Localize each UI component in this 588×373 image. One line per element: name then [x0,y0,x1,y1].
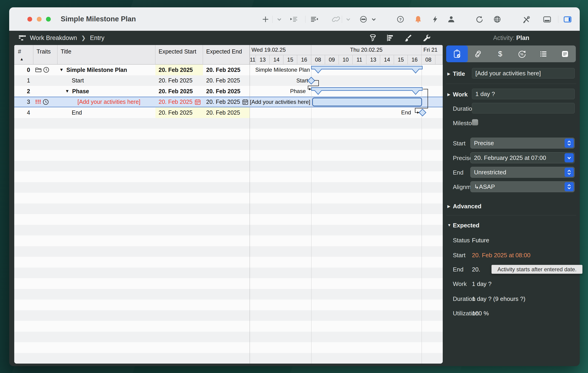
tools-icon[interactable] [522,15,531,24]
empty-row[interactable] [14,321,443,332]
style-bars-icon[interactable] [386,34,394,42]
empty-row[interactable] [14,310,443,321]
zoom-window-button[interactable] [46,17,51,22]
more-ellipsis-icon[interactable] [359,15,368,24]
settings-wrench-icon[interactable] [422,34,430,42]
empty-row[interactable] [14,235,443,246]
breadcrumb-current[interactable]: Entry [90,34,104,41]
notifications-bell-icon[interactable] [414,15,422,24]
empty-row[interactable] [14,246,443,257]
more-chevron-icon[interactable] [369,15,378,24]
empty-row[interactable] [14,161,443,171]
calendar-icon[interactable] [242,99,248,105]
empty-row[interactable] [14,225,443,236]
collapse-icon[interactable]: ▼ [59,67,64,72]
table-row[interactable]: 2 ▼ Phase 20. Feb 2025 20. Feb 2025 [14,86,443,97]
duration-input[interactable] [472,103,575,113]
user-icon[interactable] [447,15,456,24]
column-header-title[interactable]: Title [57,45,155,65]
empty-row[interactable] [14,182,443,193]
row-expected-start[interactable]: 20. Feb 2025 [155,65,203,75]
empty-row[interactable] [14,193,443,203]
empty-row[interactable] [14,300,443,310]
column-header-num[interactable]: # ▲ [14,45,33,65]
empty-row[interactable] [14,171,443,182]
row-title[interactable]: [Add your activities here] [57,97,155,107]
tab-links[interactable] [468,45,489,62]
chevron-down-icon[interactable] [565,153,574,162]
empty-row[interactable] [14,332,443,343]
indent-icon[interactable] [289,15,298,24]
end-constraint-select[interactable]: Unrestricted [470,167,575,178]
empty-row[interactable] [14,257,443,268]
row-title[interactable]: ▼ Phase [57,86,155,97]
advanced-disclosure-icon[interactable]: ▶ [447,204,450,209]
tab-checklist[interactable] [533,45,554,62]
expected-disclosure-icon[interactable]: ▼ [447,223,451,228]
empty-row[interactable] [14,129,443,139]
table-row[interactable]: 1 Start 20. Feb 2025 20. Feb 2025 [14,75,443,86]
table-row[interactable]: 4 End 20. Feb 2025 20. Feb 2025 [14,107,443,118]
row-title[interactable]: End [57,107,155,118]
tab-cost[interactable]: $ [489,45,511,62]
quick-actions-bolt-icon[interactable] [431,15,440,24]
empty-row[interactable] [14,353,443,364]
empty-row[interactable] [14,289,443,300]
row-title[interactable]: ▼ Simple Milestone Plan [57,65,155,75]
work-input[interactable]: 1 day ? [472,89,575,99]
section-expected[interactable]: Expected [453,222,480,229]
column-header-expected-end[interactable]: Expected End [203,45,250,65]
empty-row[interactable] [14,150,443,161]
start-constraint-select[interactable]: Precise [470,138,575,149]
row-expected-end[interactable]: 20. Feb 2025 [203,97,250,107]
table-row[interactable]: 0 ▼ Simple Milestone Plan 20. Feb 2025 2… [14,65,443,75]
bottom-panel-icon[interactable] [543,15,551,24]
tab-progress[interactable]: % [511,45,533,62]
empty-row[interactable] [14,342,443,353]
row-expected-start[interactable]: 20. Feb 2025 [155,75,203,86]
tab-activity[interactable] [446,45,468,62]
tab-note[interactable] [554,45,576,62]
close-window-button[interactable] [27,17,32,22]
add-icon[interactable] [261,15,270,24]
column-header-traits[interactable]: Traits [33,45,57,65]
stepper-chevrons-icon[interactable] [565,139,574,148]
row-expected-end[interactable]: 20. Feb 2025 [203,107,250,118]
empty-row[interactable] [14,214,443,225]
breadcrumb-root[interactable]: Work Breakdown [30,34,77,41]
row-expected-end[interactable]: 20. Feb 2025 [203,75,250,86]
stepper-chevrons-icon[interactable] [565,182,574,191]
format-brush-icon[interactable] [404,34,412,42]
empty-row[interactable] [14,139,443,150]
empty-row[interactable] [14,203,443,214]
column-header-expected-start[interactable]: Expected Start [155,45,203,65]
row-expected-end[interactable]: 20. Feb 2025 [203,86,250,97]
outdent-icon[interactable] [310,15,319,24]
milestone-checkbox[interactable] [472,119,478,125]
calendar-icon[interactable] [195,99,201,105]
collapse-icon[interactable]: ▼ [65,89,69,94]
precise-date-combo[interactable]: 20. February 2025 at 07:00 [470,152,575,163]
filter-funnel-icon[interactable] [369,34,377,42]
sync-icon[interactable] [475,15,484,24]
stepper-chevrons-icon[interactable] [565,168,574,177]
help-icon[interactable]: ? [396,15,405,24]
title-disclosure-icon[interactable]: ▶ [447,71,450,76]
minimize-window-button[interactable] [37,17,42,22]
row-expected-start[interactable]: 20. Feb 2025 [155,107,203,118]
row-expected-start[interactable]: 20. Feb 2025 [155,86,203,97]
empty-row[interactable] [14,278,443,289]
row-expected-end[interactable]: 20. Feb 2025 [203,65,250,75]
right-panel-icon[interactable] [563,15,572,24]
table-row-selected[interactable]: 3 !!! [Add your activities here] 20. Feb… [14,97,443,108]
row-title[interactable]: Start [57,75,155,86]
empty-row[interactable] [14,118,443,129]
empty-row[interactable] [14,268,443,278]
add-options-chevron-icon[interactable] [275,15,284,24]
title-input[interactable]: [Add your activities here] [472,68,575,79]
row-expected-start[interactable]: 20. Feb 2025 [155,97,203,107]
web-globe-icon[interactable] [493,15,502,24]
section-advanced[interactable]: Advanced [453,203,481,210]
alignment-select[interactable]: ↳ASAP [470,181,575,192]
work-disclosure-icon[interactable]: ▶ [447,92,450,97]
